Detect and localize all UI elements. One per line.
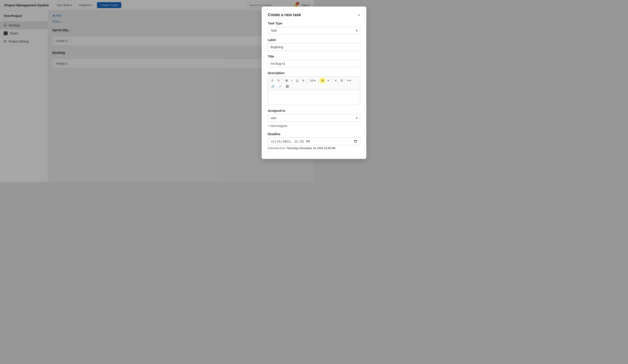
deadline-label: Deadline xyxy=(268,132,314,136)
unlink-btn[interactable]: 🔗 xyxy=(277,84,284,89)
link-btn[interactable]: 🔗 xyxy=(269,84,276,89)
label-input[interactable] xyxy=(268,43,314,51)
description-group: Description ↺ ↻ B I U S 16 ▾ A ▾ ≡ ☰ ≡ ▾ xyxy=(268,71,314,105)
description-label: Description xyxy=(268,71,314,75)
assigned-to-label: Assigned to xyxy=(268,109,314,112)
assignee-select-wrapper: user admin developer xyxy=(268,114,314,122)
undo-btn[interactable]: ↺ xyxy=(269,78,275,83)
redo-btn[interactable]: ↻ xyxy=(276,78,282,83)
deadline-group: Deadline Estimated time: Thursday, Decem… xyxy=(268,132,314,150)
toolbar-separator-2 xyxy=(307,78,307,83)
create-task-modal: Create a new task × Task Type Task Bug F… xyxy=(262,6,314,159)
estimated-time-value: Thursday, December 14, 2023 12:26 PM xyxy=(287,147,314,150)
font-size-btn[interactable]: 16 ▾ xyxy=(308,78,314,83)
modal-header: Create a new task × xyxy=(268,13,314,17)
estimated-time: Estimated time: Thursday, December 14, 2… xyxy=(268,147,314,150)
toolbar-row-2: 🔗 🔗 🖼 xyxy=(269,84,314,89)
task-type-group: Task Type Task Bug Feature Story xyxy=(268,22,314,34)
task-type-select[interactable]: Task Bug Feature Story xyxy=(268,27,314,34)
task-type-select-wrapper: Task Bug Feature Story xyxy=(268,27,314,34)
strikethrough-btn[interactable]: S xyxy=(301,78,306,83)
underline-btn[interactable]: U xyxy=(295,78,300,83)
task-type-label: Task Type xyxy=(268,22,314,25)
label-group: Label xyxy=(268,38,314,51)
assignee-select[interactable]: user admin developer xyxy=(268,114,314,122)
title-group: Title xyxy=(268,55,314,67)
modal-overlay: Create a new task × Task Type Task Bug F… xyxy=(0,0,314,182)
task-label-label: Label xyxy=(268,38,314,42)
assigned-to-group: Assigned to user admin developer + Add A… xyxy=(268,109,314,128)
toolbar-separator-1 xyxy=(283,78,283,83)
title-label: Title xyxy=(268,55,314,58)
modal-title: Create a new task xyxy=(268,13,301,17)
rte-toolbar: ↺ ↻ B I U S 16 ▾ A ▾ ≡ ☰ ≡ ▾ 🔗 🔗 xyxy=(268,76,314,90)
estimated-time-prefix: Estimated time: xyxy=(268,147,287,150)
italic-btn[interactable]: I xyxy=(290,78,294,83)
add-assignee-btn[interactable]: + Add Assignee xyxy=(268,123,287,128)
description-editor[interactable] xyxy=(268,90,314,105)
bold-btn[interactable]: B xyxy=(284,78,289,83)
title-input[interactable] xyxy=(268,60,314,67)
image-btn[interactable]: 🖼 xyxy=(284,84,291,89)
deadline-input[interactable] xyxy=(268,138,314,146)
